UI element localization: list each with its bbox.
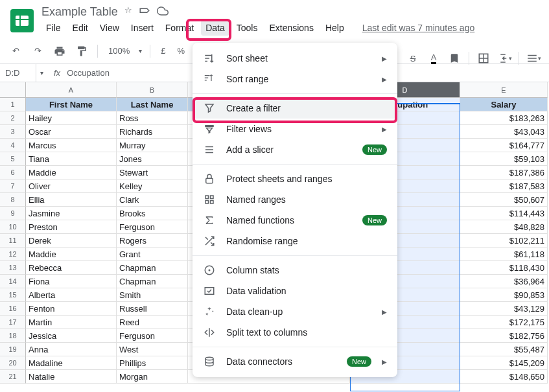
cell[interactable]: Rebecca	[26, 261, 117, 275]
cell[interactable]: Jessica	[26, 329, 117, 343]
borders-button[interactable]	[476, 51, 491, 66]
row-header[interactable]: 3	[0, 125, 26, 139]
cell[interactable]: Marcus	[26, 139, 117, 152]
menu-extensions[interactable]: Extensions	[264, 20, 318, 36]
cell[interactable]: Morgan	[117, 370, 188, 384]
cell[interactable]: Ross	[117, 111, 188, 125]
cell[interactable]: Rogers	[117, 234, 188, 248]
cell[interactable]: Phillips	[117, 356, 188, 370]
fill-color-button[interactable]	[447, 51, 462, 66]
row-header[interactable]: 13	[0, 261, 26, 275]
row-header[interactable]: 18	[0, 329, 26, 343]
row-header[interactable]: 14	[0, 275, 26, 288]
cell[interactable]: $114,443	[460, 207, 548, 220]
cell[interactable]: $187,583	[460, 179, 548, 193]
menu-item-column-stats[interactable]: Column stats	[193, 260, 397, 281]
last-edit-link[interactable]: Last edit was 7 minutes ago	[358, 20, 480, 36]
row-header[interactable]: 20	[0, 356, 26, 370]
menu-view[interactable]: View	[95, 20, 124, 36]
menu-item-filter-views[interactable]: Filter views▶	[193, 119, 397, 139]
cell[interactable]: Fiona	[26, 275, 117, 288]
cell[interactable]: $48,828	[460, 220, 548, 234]
menu-edit[interactable]: Edit	[68, 20, 93, 36]
header-cell[interactable]: Salary	[460, 98, 548, 111]
cell[interactable]: Jasmine	[26, 207, 117, 220]
row-header[interactable]: 4	[0, 139, 26, 152]
paint-format-button[interactable]	[74, 43, 89, 59]
row-header[interactable]: 7	[0, 179, 26, 193]
star-icon[interactable]: ☆	[124, 5, 132, 19]
cell[interactable]: Maddie	[26, 248, 117, 261]
menu-item-create-a-filter[interactable]: Create a filter	[193, 98, 397, 119]
cell[interactable]: West	[117, 343, 188, 356]
cell[interactable]: $187,386	[460, 166, 548, 179]
row-header[interactable]: 15	[0, 288, 26, 302]
row-header[interactable]: 5	[0, 152, 26, 166]
cell[interactable]: Murray	[117, 139, 188, 152]
menu-item-data-clean-up[interactable]: Data clean-up▶	[193, 301, 397, 322]
text-color-button[interactable]: A	[426, 51, 441, 66]
row-header[interactable]: 6	[0, 166, 26, 179]
cell[interactable]: Fenton	[26, 302, 117, 316]
row-header[interactable]: 21	[0, 370, 26, 384]
print-button[interactable]	[52, 43, 67, 59]
cell[interactable]: Chapman	[117, 275, 188, 288]
cell[interactable]: $183,263	[460, 111, 548, 125]
namebox-dropdown-icon[interactable]: ▾	[36, 69, 47, 76]
cell[interactable]: $59,103	[460, 152, 548, 166]
move-icon[interactable]	[139, 5, 150, 19]
menu-item-data-connectors[interactable]: Data connectorsNew▶	[193, 351, 397, 372]
select-all-corner[interactable]	[0, 82, 26, 98]
cell[interactable]: $102,211	[460, 234, 548, 248]
cell[interactable]: Tiana	[26, 152, 117, 166]
cell[interactable]: $145,209	[460, 356, 548, 370]
menu-item-randomise-range[interactable]: Randomise range	[193, 231, 397, 251]
col-header-A[interactable]: A	[26, 82, 117, 98]
row-header[interactable]: 17	[0, 316, 26, 329]
row-header[interactable]: 9	[0, 207, 26, 220]
menu-item-data-validation[interactable]: Data validation	[193, 281, 397, 301]
cell[interactable]: Hailey	[26, 111, 117, 125]
cell[interactable]: Clark	[117, 193, 188, 207]
row-header[interactable]: 11	[0, 234, 26, 248]
row-header[interactable]: 16	[0, 302, 26, 316]
header-cell[interactable]: Last Name	[117, 98, 188, 111]
cell[interactable]: Brooks	[117, 207, 188, 220]
cell[interactable]: $55,487	[460, 343, 548, 356]
menu-insert[interactable]: Insert	[126, 20, 158, 36]
cell[interactable]: Martin	[26, 316, 117, 329]
cell[interactable]: Ferguson	[117, 220, 188, 234]
cell[interactable]: Richards	[117, 125, 188, 139]
menu-item-add-a-slicer[interactable]: Add a slicerNew	[193, 139, 397, 160]
cell[interactable]: $182,756	[460, 329, 548, 343]
strikethrough-button[interactable]: S	[405, 51, 421, 66]
merge-button[interactable]: ▾	[496, 51, 512, 66]
zoom-select[interactable]: 100%	[106, 46, 132, 56]
name-box[interactable]: D:D	[0, 64, 36, 82]
percent-button[interactable]: %	[174, 46, 187, 56]
cell[interactable]: Smith	[117, 288, 188, 302]
cell[interactable]: $61,118	[460, 248, 548, 261]
cloud-icon[interactable]	[157, 5, 169, 19]
cell[interactable]: Oscar	[26, 125, 117, 139]
row-header[interactable]: 12	[0, 248, 26, 261]
cell[interactable]: Ellia	[26, 193, 117, 207]
row-header[interactable]: 19	[0, 343, 26, 356]
document-title[interactable]: Example Table	[41, 5, 118, 19]
sheets-logo[interactable]	[10, 9, 34, 32]
cell[interactable]: Madaline	[26, 356, 117, 370]
cell[interactable]: $36,964	[460, 275, 548, 288]
cell[interactable]: $148,650	[460, 370, 548, 384]
cell[interactable]: $50,607	[460, 193, 548, 207]
redo-button[interactable]: ↷	[30, 43, 45, 59]
row-header[interactable]: 8	[0, 193, 26, 207]
cell[interactable]: $172,175	[460, 316, 548, 329]
menu-help[interactable]: Help	[321, 20, 349, 36]
cell[interactable]: Grant	[117, 248, 188, 261]
cell[interactable]: $164,777	[460, 139, 548, 152]
cell[interactable]: $43,043	[460, 125, 548, 139]
cell[interactable]: Russell	[117, 302, 188, 316]
cell[interactable]: $90,853	[460, 288, 548, 302]
cell[interactable]: $43,129	[460, 302, 548, 316]
menu-item-named-ranges[interactable]: Named ranges	[193, 189, 397, 210]
